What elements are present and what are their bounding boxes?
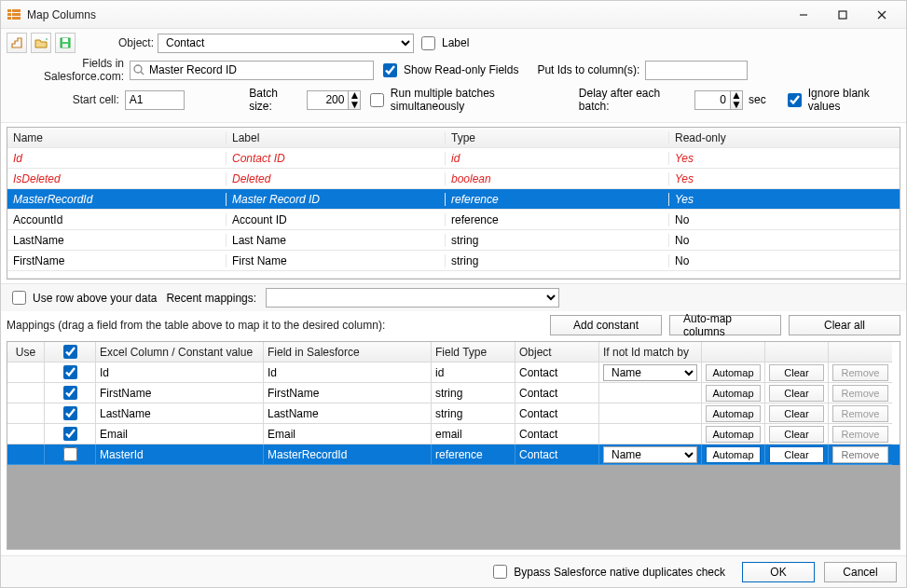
field-type: boolean — [446, 172, 669, 185]
match-cell[interactable] — [599, 424, 702, 444]
field-name: FirstName — [7, 254, 227, 267]
field-type: string — [432, 403, 515, 424]
field-name: MasterRecordId — [7, 193, 227, 206]
run-multi-checkbox[interactable]: Run multiple batches simultaneously — [366, 87, 564, 113]
svg-rect-4 — [7, 17, 11, 20]
fields-row[interactable]: IsDeletedDeletedbooleanYes — [7, 169, 900, 189]
automap-button[interactable]: Automap — [706, 446, 761, 463]
field-type: id — [446, 152, 669, 165]
sf-field[interactable]: LastName — [264, 403, 432, 424]
field-label: Last Name — [227, 234, 446, 247]
mapping-row[interactable]: FirstNameFirstNamestringContactAutomapCl… — [7, 383, 900, 403]
field-type: email — [432, 424, 515, 444]
clear-button[interactable]: Clear — [769, 405, 824, 422]
mappings-grid[interactable]: Use Excel Column / Constant value Field … — [7, 341, 900, 550]
search-input[interactable] — [130, 61, 374, 80]
delay-stepper[interactable]: ▲▼ — [694, 90, 743, 110]
clear-button[interactable]: Clear — [769, 364, 824, 381]
field-readonly: Yes — [669, 152, 900, 165]
field-readonly: Yes — [669, 193, 900, 206]
object-select[interactable]: Contact — [158, 34, 414, 53]
use-checkbox[interactable] — [45, 424, 96, 444]
col-readonly[interactable]: Read-only — [669, 131, 900, 144]
clear-button[interactable]: Clear — [769, 426, 824, 443]
minimize-button[interactable] — [785, 3, 822, 27]
remove-button[interactable]: Remove — [832, 385, 888, 402]
use-row-above-checkbox[interactable]: Use row above your data — [8, 288, 157, 308]
automap-button[interactable]: Automap — [706, 426, 761, 443]
match-select[interactable]: Name — [603, 364, 697, 381]
match-cell[interactable]: Name — [599, 362, 702, 383]
clear-button[interactable]: Clear — [769, 446, 824, 463]
remove-button[interactable]: Remove — [832, 446, 888, 463]
col-field[interactable]: Field in Salesforce — [264, 342, 432, 362]
col-type[interactable]: Type — [446, 131, 669, 144]
match-cell[interactable] — [599, 403, 702, 424]
fields-grid[interactable]: Name Label Type Read-only IdContact IDid… — [7, 127, 900, 280]
field-name: LastName — [7, 234, 227, 247]
excel-col[interactable]: Id — [96, 362, 264, 383]
ok-button[interactable]: OK — [742, 562, 815, 582]
field-readonly: No — [669, 234, 900, 247]
mapping-row[interactable]: EmailEmailemailContactAutomapClearRemove — [7, 424, 900, 444]
col-use-all[interactable] — [45, 342, 96, 362]
use-checkbox[interactable] — [45, 444, 96, 465]
fields-row[interactable]: LastNameLast NamestringNo — [7, 230, 900, 251]
mapping-row[interactable]: IdIdidContactNameAutomapClearRemove — [7, 362, 900, 383]
match-select[interactable]: Name — [603, 446, 697, 463]
ignore-blank-checkbox[interactable]: Ignore blank values — [784, 87, 900, 113]
mapping-row[interactable]: LastNameLastNamestringContactAutomapClea… — [7, 403, 900, 424]
automap-button[interactable]: Automap — [706, 364, 761, 381]
show-readonly-checkbox[interactable]: Show Read-only Fields — [379, 61, 518, 80]
start-cell-input[interactable] — [125, 90, 185, 110]
use-checkbox[interactable] — [45, 403, 96, 424]
save-icon-button[interactable] — [55, 33, 76, 53]
excel-col[interactable]: LastName — [96, 403, 264, 424]
col-label[interactable]: Label — [227, 131, 446, 144]
excel-col[interactable]: MasterId — [96, 444, 264, 465]
batch-size-stepper[interactable]: ▲▼ — [307, 90, 361, 110]
fields-row[interactable]: IdContact IDidYes — [7, 148, 900, 169]
fields-row[interactable]: AccountIdAccount IDreferenceNo — [7, 210, 900, 230]
field-type: reference — [446, 193, 669, 206]
mapping-row[interactable]: MasterIdMasterRecordIdreferenceContactNa… — [7, 444, 900, 465]
col-name[interactable]: Name — [7, 131, 227, 144]
remove-button[interactable]: Remove — [832, 364, 888, 381]
col-fieldtype[interactable]: Field Type — [432, 342, 515, 362]
bypass-duplicates-checkbox[interactable]: Bypass Salesforce native duplicates chec… — [489, 562, 725, 581]
col-excel[interactable]: Excel Column / Constant value — [96, 342, 264, 362]
match-cell[interactable] — [599, 383, 702, 403]
excel-col[interactable]: Email — [96, 424, 264, 444]
clear-all-button[interactable]: Clear all — [789, 315, 900, 335]
automap-button[interactable]: Automap — [706, 385, 761, 402]
use-checkbox[interactable] — [45, 383, 96, 403]
put-ids-input[interactable] — [645, 61, 748, 80]
open-icon-button[interactable] — [31, 33, 51, 53]
automap-button[interactable]: Automap — [706, 405, 761, 422]
cancel-button[interactable]: Cancel — [824, 562, 897, 582]
remove-button[interactable]: Remove — [832, 426, 888, 443]
fields-row[interactable]: MasterRecordIdMaster Record IDreferenceY… — [7, 189, 900, 210]
label-checkbox[interactable]: Label — [418, 34, 469, 53]
maximize-button[interactable] — [824, 3, 861, 27]
close-button[interactable] — [863, 3, 900, 27]
recent-mappings-select[interactable] — [266, 288, 559, 308]
excel-col[interactable]: FirstName — [96, 383, 264, 403]
sf-field[interactable]: FirstName — [264, 383, 432, 403]
add-constant-button[interactable]: Add constant — [550, 315, 662, 335]
col-use[interactable]: Use — [7, 342, 45, 362]
match-cell[interactable]: Name — [599, 444, 702, 465]
automap-columns-button[interactable]: Auto-map columns — [669, 315, 781, 335]
clear-button[interactable]: Clear — [769, 385, 824, 402]
sf-field[interactable]: MasterRecordId — [264, 444, 432, 465]
form-area: Object: Contact Label Fields in Salesfor… — [1, 29, 906, 123]
remove-button[interactable]: Remove — [832, 405, 888, 422]
use-checkbox[interactable] — [45, 362, 96, 383]
col-match[interactable]: If not Id match by — [599, 342, 702, 362]
mappings-hint: Mappings (drag a field from the table ab… — [7, 319, 543, 332]
sf-field[interactable]: Email — [264, 424, 432, 444]
fields-row[interactable]: FirstNameFirst NamestringNo — [7, 251, 900, 271]
col-object[interactable]: Object — [515, 342, 599, 362]
sf-field[interactable]: Id — [264, 362, 432, 383]
chart-icon-button[interactable] — [7, 33, 27, 53]
